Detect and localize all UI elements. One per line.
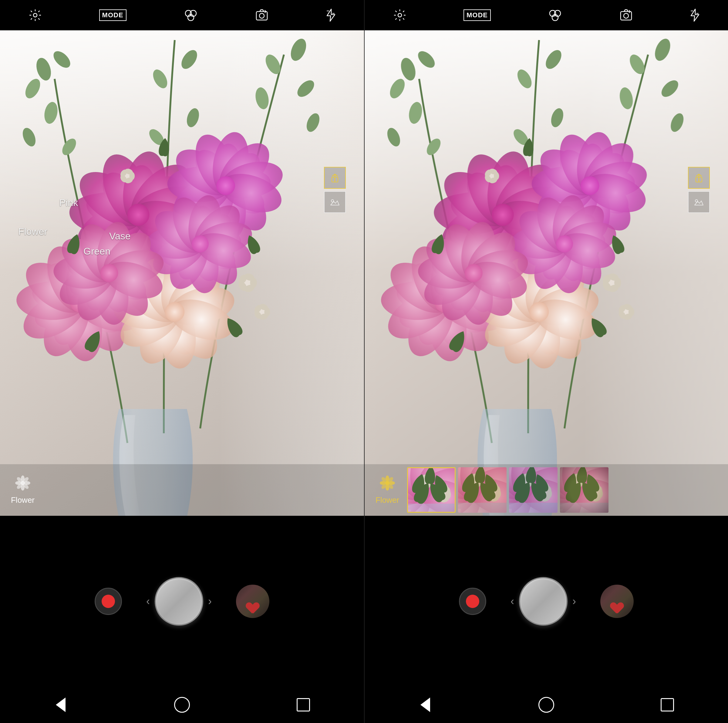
viewfinder-left[interactable]: Pink Flower Vase Green <box>0 30 364 516</box>
record-button-left[interactable] <box>95 588 122 615</box>
camera-controls-left: ‹ › <box>0 516 364 686</box>
gallery-thumb-right[interactable] <box>600 585 634 618</box>
toolbar-left: MODE <box>0 0 364 30</box>
recent-square-icon <box>297 698 310 711</box>
ai-label-text-right: Flower <box>376 495 399 505</box>
home-circle-icon <box>174 697 190 713</box>
flower-ai-icon <box>15 475 30 494</box>
label-flower-left: Flower <box>18 226 47 237</box>
heart-icon-right <box>611 602 623 613</box>
heart-icon-left <box>246 602 259 613</box>
recent-square-icon-right <box>661 698 674 711</box>
shutter-button-left[interactable] <box>155 577 203 626</box>
filter-thumb-4[interactable] <box>560 467 609 513</box>
prev-arrow-right[interactable]: ‹ <box>511 595 514 608</box>
flip-camera-icon[interactable] <box>255 9 268 22</box>
home-button-right[interactable] <box>536 694 557 715</box>
portrait-focus-icon-right[interactable] <box>688 167 710 189</box>
landscape-focus-icon[interactable] <box>324 191 346 213</box>
filter-thumbnails <box>407 467 722 513</box>
nav-bar-right <box>365 686 728 723</box>
record-button-right[interactable] <box>459 588 486 615</box>
landscape-focus-icon-right[interactable] <box>688 191 710 213</box>
record-dot-right <box>466 595 479 608</box>
bottom-overlay-left: Flower <box>0 464 364 516</box>
flash-icon-right[interactable] <box>690 9 699 22</box>
bottom-overlay-right: Flower <box>365 464 728 516</box>
flip-camera-icon-right[interactable] <box>619 9 633 22</box>
ai-label-right: Flower <box>371 475 404 505</box>
left-panel: MODE <box>0 0 364 723</box>
shutter-button-right[interactable] <box>519 577 567 626</box>
label-green: Green <box>83 246 110 257</box>
svg-point-19 <box>398 13 402 17</box>
back-arrow-icon-right <box>421 697 430 712</box>
nav-bar-left <box>0 686 364 723</box>
flash-icon[interactable] <box>326 9 335 22</box>
effects-icon-right[interactable] <box>548 9 562 22</box>
filter-thumb-1[interactable] <box>407 467 456 513</box>
label-vase: Vase <box>109 231 131 242</box>
record-dot <box>102 595 115 608</box>
filter-thumb-3[interactable] <box>509 467 558 513</box>
back-button-left[interactable] <box>50 694 71 715</box>
focus-icons-left <box>324 167 346 213</box>
prev-arrow-left[interactable]: ‹ <box>146 595 150 608</box>
label-pink: Pink <box>59 197 78 208</box>
svg-point-24 <box>624 13 629 18</box>
controls-row-left: ‹ › <box>0 577 364 626</box>
svg-rect-4 <box>256 12 267 20</box>
svg-point-5 <box>259 13 264 18</box>
portrait-focus-icon[interactable] <box>324 167 346 189</box>
recent-button-left[interactable] <box>293 694 314 715</box>
ai-label-text-left: Flower <box>11 495 35 505</box>
gallery-thumb-left[interactable] <box>236 585 269 618</box>
viewfinder-right[interactable]: Flower <box>365 30 728 516</box>
back-arrow-icon <box>56 697 66 712</box>
filter-thumb-2[interactable] <box>458 467 506 513</box>
effects-icon[interactable] <box>184 9 198 22</box>
back-button-right[interactable] <box>414 694 436 715</box>
camera-controls-right: ‹ › <box>365 516 728 686</box>
next-arrow-right[interactable]: › <box>572 595 576 608</box>
svg-point-0 <box>34 13 37 17</box>
toolbar-right: MODE <box>365 0 728 30</box>
controls-row-right: ‹ › <box>365 577 728 626</box>
svg-point-9 <box>331 200 334 202</box>
next-arrow-left[interactable]: › <box>208 595 212 608</box>
home-circle-icon-right <box>538 697 554 713</box>
ai-label-left: Flower <box>6 475 40 505</box>
svg-rect-23 <box>621 12 632 20</box>
recent-button-right[interactable] <box>657 694 678 715</box>
svg-point-28 <box>695 200 698 202</box>
settings-icon[interactable] <box>29 9 42 22</box>
mode-button[interactable]: MODE <box>99 9 127 21</box>
mode-button-right[interactable]: MODE <box>463 9 491 21</box>
home-button-left[interactable] <box>171 694 193 715</box>
focus-icons-right <box>688 167 710 213</box>
flower-ai-icon-right <box>380 475 395 494</box>
settings-icon-right[interactable] <box>393 9 407 22</box>
right-panel: MODE <box>364 0 728 723</box>
